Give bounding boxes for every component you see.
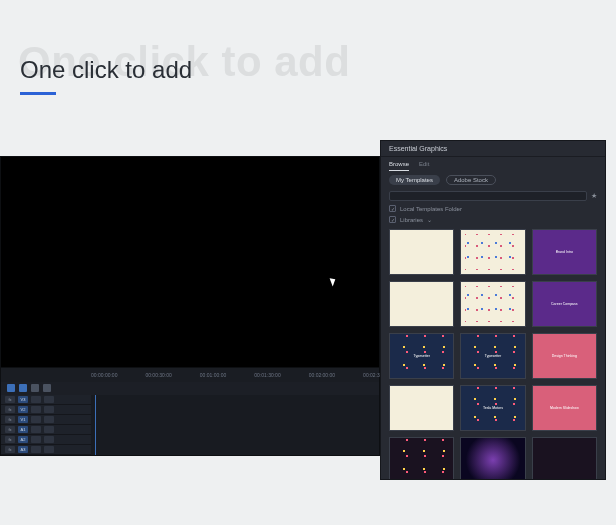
track-header-row[interactable]: fx V3 [1, 395, 91, 405]
playhead-indicator[interactable] [95, 395, 96, 455]
track-fx-toggle[interactable]: fx [5, 396, 15, 403]
template-thumb[interactable]: Brand Intro [532, 229, 597, 275]
track-header-row[interactable]: fx A2 [1, 435, 91, 445]
local-folder-label: Local Templates Folder [400, 206, 462, 212]
track-lock-toggle[interactable] [44, 426, 54, 433]
favorites-star-icon[interactable]: ★ [591, 192, 597, 200]
libraries-label: Libraries [400, 217, 423, 223]
template-thumb[interactable] [532, 437, 597, 479]
track-label[interactable]: V2 [18, 406, 28, 413]
track-lock-toggle[interactable] [44, 446, 54, 453]
timecode: 00:00:00:00 [91, 372, 117, 378]
track-eye-toggle[interactable] [31, 396, 41, 403]
timecode: 00:00:30:00 [145, 372, 171, 378]
filter-adobe-stock[interactable]: Adobe Stock [446, 175, 496, 185]
template-thumb[interactable]: Modern Slideshow [532, 385, 597, 431]
template-thumb[interactable] [389, 281, 454, 327]
template-thumb[interactable] [460, 281, 525, 327]
timecode: 00:01:00:00 [200, 372, 226, 378]
snap-toggle-icon[interactable] [7, 384, 15, 392]
track-header-row[interactable]: fx A3 [1, 445, 91, 455]
track-eye-toggle[interactable] [31, 406, 41, 413]
tracks-area: fx V3 fx V2 fx V1 fx [1, 395, 379, 455]
templates-grid: Brand Intro Career Compass Typesetter Ty… [381, 225, 605, 479]
settings-wrench-icon[interactable] [43, 384, 51, 392]
panel-title: Essential Graphics [381, 141, 605, 157]
filter-row: My Templates Adobe Stock [381, 171, 605, 189]
track-header-row[interactable]: fx V2 [1, 405, 91, 415]
template-thumb[interactable]: Typesetter [389, 333, 454, 379]
track-label[interactable]: V1 [18, 416, 28, 423]
track-eye-toggle[interactable] [31, 416, 41, 423]
template-thumb[interactable] [460, 229, 525, 275]
template-thumb[interactable] [389, 437, 454, 479]
program-monitor[interactable] [1, 157, 379, 367]
track-lock-toggle[interactable] [44, 416, 54, 423]
time-ruler[interactable]: 00:00:00:00 00:00:30:00 00:01:00:00 00:0… [1, 368, 379, 382]
title-underline [20, 92, 56, 95]
template-thumb[interactable]: Tesla Motors [460, 385, 525, 431]
track-label[interactable]: V3 [18, 396, 28, 403]
track-lock-toggle[interactable] [44, 406, 54, 413]
track-fx-toggle[interactable]: fx [5, 426, 15, 433]
local-folder-row[interactable]: ✓ Local Templates Folder [381, 203, 605, 214]
marker-add-icon[interactable] [31, 384, 39, 392]
timeline-toolbar [1, 382, 379, 396]
track-header-row[interactable]: fx V1 [1, 415, 91, 425]
track-header-row[interactable]: fx A1 [1, 425, 91, 435]
local-folder-checkbox[interactable]: ✓ [389, 205, 396, 212]
track-lanes[interactable] [91, 395, 379, 455]
track-fx-toggle[interactable]: fx [5, 436, 15, 443]
track-eye-toggle[interactable] [31, 446, 41, 453]
template-thumb[interactable] [460, 437, 525, 479]
template-thumb[interactable]: Career Compass [532, 281, 597, 327]
track-label[interactable]: A2 [18, 436, 28, 443]
track-fx-toggle[interactable]: fx [5, 406, 15, 413]
link-toggle-icon[interactable] [19, 384, 27, 392]
tab-browse[interactable]: Browse [389, 161, 409, 171]
search-row: ★ [381, 189, 605, 203]
search-input[interactable] [389, 191, 587, 201]
video-editor-window: 00:00:00:00 00:00:30:00 00:01:00:00 00:0… [0, 156, 380, 456]
libraries-row[interactable]: ✓ Libraries ⌄ [381, 214, 605, 225]
chevron-down-icon[interactable]: ⌄ [427, 216, 432, 223]
track-eye-toggle[interactable] [31, 436, 41, 443]
track-headers: fx V3 fx V2 fx V1 fx [1, 395, 91, 455]
track-lock-toggle[interactable] [44, 436, 54, 443]
template-thumb[interactable]: Design Thinking [532, 333, 597, 379]
panel-tabs: Browse Edit [381, 157, 605, 171]
track-lock-toggle[interactable] [44, 396, 54, 403]
track-fx-toggle[interactable]: fx [5, 446, 15, 453]
track-label[interactable]: A1 [18, 426, 28, 433]
timeline-panel: 00:00:00:00 00:00:30:00 00:01:00:00 00:0… [1, 367, 379, 455]
filter-my-templates[interactable]: My Templates [389, 175, 440, 185]
track-label[interactable]: A3 [18, 446, 28, 453]
timecode: 00:01:30:00 [254, 372, 280, 378]
timecode: 00:02:00:00 [309, 372, 335, 378]
track-eye-toggle[interactable] [31, 426, 41, 433]
template-thumb[interactable]: Typesetter [460, 333, 525, 379]
tab-edit[interactable]: Edit [419, 161, 429, 171]
track-fx-toggle[interactable]: fx [5, 416, 15, 423]
libraries-checkbox[interactable]: ✓ [389, 216, 396, 223]
template-thumb[interactable] [389, 385, 454, 431]
template-thumb[interactable] [389, 229, 454, 275]
essential-graphics-panel: Essential Graphics Browse Edit My Templa… [380, 140, 606, 480]
page-title: One click to add [20, 56, 192, 84]
mouse-cursor-icon [330, 276, 338, 286]
